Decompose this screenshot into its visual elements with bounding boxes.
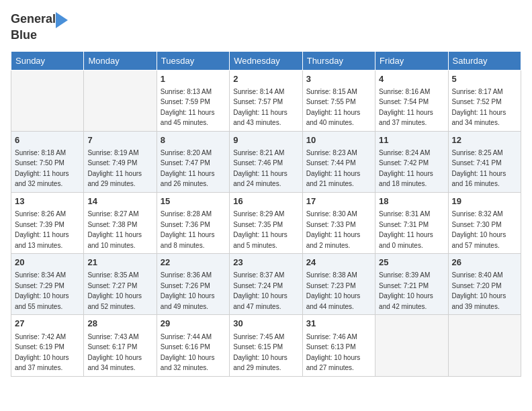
calendar-cell: 9Sunrise: 8:21 AM Sunset: 7:46 PM Daylig… [230,131,302,192]
calendar-cell: 24Sunrise: 8:38 AM Sunset: 7:23 PM Dayli… [302,254,375,315]
calendar-cell: 13Sunrise: 8:26 AM Sunset: 7:39 PM Dayli… [11,192,84,253]
calendar-week-row: 27Sunrise: 7:42 AM Sunset: 6:19 PM Dayli… [11,315,521,376]
day-info: Sunrise: 8:24 AM Sunset: 7:42 PM Dayligh… [379,149,433,188]
calendar-table: SundayMondayTuesdayWednesdayThursdayFrid… [11,51,521,377]
day-info: Sunrise: 8:20 AM Sunset: 7:47 PM Dayligh… [161,149,215,188]
day-number: 13 [15,195,80,208]
day-number: 3 [306,73,371,85]
calendar-cell: 23Sunrise: 8:37 AM Sunset: 7:24 PM Dayli… [230,254,302,315]
day-info: Sunrise: 8:27 AM Sunset: 7:38 PM Dayligh… [87,210,142,249]
calendar-cell [84,70,157,131]
calendar-cell: 16Sunrise: 8:29 AM Sunset: 7:35 PM Dayli… [230,192,302,253]
day-number: 21 [87,257,152,269]
calendar-cell: 21Sunrise: 8:35 AM Sunset: 7:27 PM Dayli… [84,254,157,315]
calendar-cell: 4Sunrise: 8:16 AM Sunset: 7:54 PM Daylig… [375,70,448,131]
day-number: 12 [452,134,517,146]
day-info: Sunrise: 8:25 AM Sunset: 7:41 PM Dayligh… [452,149,506,188]
day-info: Sunrise: 8:32 AM Sunset: 7:30 PM Dayligh… [452,210,506,249]
day-number: 10 [306,134,371,146]
day-info: Sunrise: 8:35 AM Sunset: 7:27 PM Dayligh… [87,271,142,310]
day-number: 27 [15,318,80,330]
calendar-cell: 11Sunrise: 8:24 AM Sunset: 7:42 PM Dayli… [375,131,448,192]
calendar-cell [448,315,521,376]
calendar-cell [375,315,448,376]
day-info: Sunrise: 7:43 AM Sunset: 6:17 PM Dayligh… [87,333,142,372]
day-number: 26 [452,257,517,269]
calendar-week-row: 13Sunrise: 8:26 AM Sunset: 7:39 PM Dayli… [11,192,521,253]
day-info: Sunrise: 8:18 AM Sunset: 7:50 PM Dayligh… [15,149,69,188]
day-info: Sunrise: 8:16 AM Sunset: 7:54 PM Dayligh… [379,88,433,127]
logo-arrow-icon [56,12,68,28]
day-number: 31 [306,318,371,330]
calendar-cell: 5Sunrise: 8:17 AM Sunset: 7:52 PM Daylig… [448,70,521,131]
day-info: Sunrise: 8:15 AM Sunset: 7:55 PM Dayligh… [306,88,361,127]
day-info: Sunrise: 8:19 AM Sunset: 7:49 PM Dayligh… [87,149,142,188]
logo-text-blue: Blue [11,28,37,43]
day-info: Sunrise: 7:46 AM Sunset: 6:13 PM Dayligh… [306,333,361,372]
day-number: 23 [233,257,298,269]
day-info: Sunrise: 7:42 AM Sunset: 6:19 PM Dayligh… [15,333,69,372]
weekday-header-row: SundayMondayTuesdayWednesdayThursdayFrid… [11,51,521,70]
calendar-week-row: 6Sunrise: 8:18 AM Sunset: 7:50 PM Daylig… [11,131,521,192]
day-number: 7 [87,134,152,146]
weekday-header-monday: Monday [84,51,157,70]
weekday-header-tuesday: Tuesday [157,51,229,70]
day-info: Sunrise: 8:36 AM Sunset: 7:26 PM Dayligh… [161,271,215,310]
day-number: 5 [452,73,517,85]
day-number: 8 [161,134,226,146]
weekday-header-saturday: Saturday [448,51,521,70]
calendar-cell: 2Sunrise: 8:14 AM Sunset: 7:57 PM Daylig… [230,70,302,131]
day-number: 17 [306,195,371,208]
day-number: 2 [233,73,298,85]
logo-text-general: General [11,12,56,27]
calendar-cell: 3Sunrise: 8:15 AM Sunset: 7:55 PM Daylig… [302,70,375,131]
day-number: 24 [306,257,371,269]
calendar-cell: 10Sunrise: 8:23 AM Sunset: 7:44 PM Dayli… [302,131,375,192]
calendar-cell: 29Sunrise: 7:44 AM Sunset: 6:16 PM Dayli… [157,315,229,376]
weekday-header-sunday: Sunday [11,51,84,70]
calendar-cell: 12Sunrise: 8:25 AM Sunset: 7:41 PM Dayli… [448,131,521,192]
day-info: Sunrise: 8:34 AM Sunset: 7:29 PM Dayligh… [15,271,69,310]
calendar-cell: 19Sunrise: 8:32 AM Sunset: 7:30 PM Dayli… [448,192,521,253]
day-number: 9 [233,134,298,146]
day-info: Sunrise: 8:29 AM Sunset: 7:35 PM Dayligh… [233,210,287,249]
day-info: Sunrise: 8:40 AM Sunset: 7:20 PM Dayligh… [452,271,506,310]
day-info: Sunrise: 8:21 AM Sunset: 7:46 PM Dayligh… [233,149,287,188]
calendar-cell: 17Sunrise: 8:30 AM Sunset: 7:33 PM Dayli… [302,192,375,253]
day-info: Sunrise: 8:37 AM Sunset: 7:24 PM Dayligh… [233,271,287,310]
day-number: 1 [161,73,226,85]
calendar-cell: 22Sunrise: 8:36 AM Sunset: 7:26 PM Dayli… [157,254,229,315]
calendar-cell: 1Sunrise: 8:13 AM Sunset: 7:59 PM Daylig… [157,70,229,131]
calendar-cell: 31Sunrise: 7:46 AM Sunset: 6:13 PM Dayli… [302,315,375,376]
calendar-cell: 30Sunrise: 7:45 AM Sunset: 6:15 PM Dayli… [230,315,302,376]
day-number: 18 [379,195,444,208]
day-number: 25 [379,257,444,269]
calendar-cell: 20Sunrise: 8:34 AM Sunset: 7:29 PM Dayli… [11,254,84,315]
weekday-header-wednesday: Wednesday [230,51,302,70]
day-number: 20 [15,257,80,269]
calendar-cell: 18Sunrise: 8:31 AM Sunset: 7:31 PM Dayli… [375,192,448,253]
day-number: 4 [379,73,444,85]
day-number: 19 [452,195,517,208]
calendar-cell: 26Sunrise: 8:40 AM Sunset: 7:20 PM Dayli… [448,254,521,315]
day-number: 6 [15,134,80,146]
page-header: General Blue [11,11,521,43]
day-number: 22 [161,257,226,269]
day-number: 30 [233,318,298,330]
day-info: Sunrise: 8:30 AM Sunset: 7:33 PM Dayligh… [306,210,361,249]
weekday-header-friday: Friday [375,51,448,70]
day-info: Sunrise: 8:31 AM Sunset: 7:31 PM Dayligh… [379,210,433,249]
calendar-cell: 14Sunrise: 8:27 AM Sunset: 7:38 PM Dayli… [84,192,157,253]
day-info: Sunrise: 7:44 AM Sunset: 6:16 PM Dayligh… [161,333,215,372]
day-number: 11 [379,134,444,146]
day-number: 16 [233,195,298,208]
calendar-cell [11,70,84,131]
calendar-cell: 28Sunrise: 7:43 AM Sunset: 6:17 PM Dayli… [84,315,157,376]
day-number: 29 [161,318,226,330]
day-info: Sunrise: 8:26 AM Sunset: 7:39 PM Dayligh… [15,210,69,249]
logo: General Blue [11,11,68,43]
calendar-week-row: 1Sunrise: 8:13 AM Sunset: 7:59 PM Daylig… [11,70,521,131]
calendar-cell: 7Sunrise: 8:19 AM Sunset: 7:49 PM Daylig… [84,131,157,192]
day-info: Sunrise: 8:23 AM Sunset: 7:44 PM Dayligh… [306,149,361,188]
day-info: Sunrise: 8:39 AM Sunset: 7:21 PM Dayligh… [379,271,433,310]
